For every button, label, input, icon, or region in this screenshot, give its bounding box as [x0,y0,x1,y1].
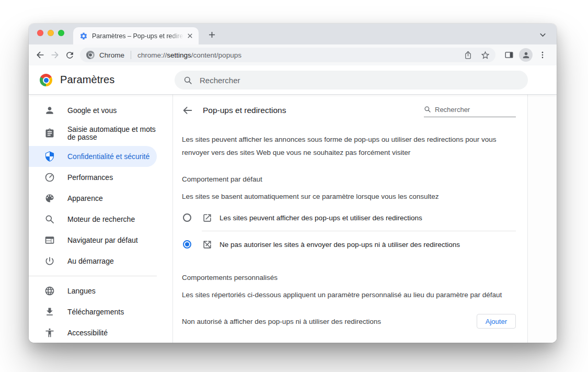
option-label: Les sites peuvent afficher des pop-ups e… [220,214,422,222]
fullscreen-window-button[interactable] [58,30,64,36]
default-behavior-subtitle: Les sites se basent automatiquement sur … [182,191,516,202]
sidebar-item-google[interactable]: Google et vous [29,100,172,121]
url-text: chrome://settings/content/popups [137,51,241,59]
sidebar-item-label: Apparence [67,195,103,202]
subpage-search[interactable] [424,104,516,117]
browser-toolbar: Chrome chrome://settings/content/popups [29,44,557,65]
sidebar-item-label: Accessibilité [67,329,108,337]
sidebar-item-on-startup[interactable]: Au démarrage [29,251,172,272]
share-icon[interactable] [463,50,473,60]
intro-text: Les sites peuvent afficher les annonces … [182,133,509,159]
custom-behaviors-subtitle: Les sites répertoriés ci-dessous appliqu… [182,289,516,300]
sidebar-item-default-browser[interactable]: Navigateur par défaut [29,230,172,251]
globe-icon [44,286,55,296]
settings-search[interactable] [175,71,528,89]
bookmark-star-icon[interactable] [480,50,490,60]
search-icon [44,214,55,224]
download-icon [44,307,55,317]
address-bar[interactable]: Chrome chrome://settings/content/popups [80,48,495,62]
option-allow-popups[interactable]: Les sites peuvent afficher des pop-ups e… [182,205,516,231]
radio-unselected[interactable] [183,213,191,222]
sidebar-item-label: Moteur de recherche [67,216,135,223]
tab-strip: Paramètres – Pop-ups et redire [29,24,557,44]
sidebar-item-privacy-security[interactable]: Confidentialité et sécurité [29,146,157,167]
sidebar-item-label: Téléchargements [67,308,124,316]
clipboard-icon [44,128,55,139]
option-block-popups[interactable]: Ne pas autoriser les sites à envoyer des… [182,231,516,257]
profile-avatar[interactable] [518,48,533,62]
minimize-window-button[interactable] [48,30,54,36]
sidebar-item-autofill[interactable]: Saisie automatique et mots de passe [29,121,172,146]
browser-icon [44,235,55,245]
new-tab-button[interactable] [206,29,217,40]
settings-body: Google et vous Saisie automatique et mot… [29,95,557,343]
close-window-button[interactable] [37,30,43,36]
blocked-sites-row: Non autorisé à afficher des pop-ups ni à… [182,314,516,329]
shield-icon [44,151,55,162]
sidebar-item-label: Google et vous [67,107,117,115]
side-panel-icon[interactable] [502,48,516,62]
subpage-content: Les sites peuvent afficher les annonces … [173,133,527,329]
settings-title: Paramètres [60,74,114,86]
settings-main-pane: Pop-ups et redirections Les sites peuven… [172,95,528,343]
settings-sidebar: Google et vous Saisie automatique et mot… [29,95,172,343]
search-icon [424,106,431,113]
settings-gear-favicon [79,32,88,40]
radio-selected[interactable] [183,240,191,249]
popup-launch-icon [202,213,212,223]
search-icon [183,75,193,85]
accessibility-icon [44,328,55,338]
url-path: /content/popups [191,51,241,59]
settings-search-input[interactable] [200,76,503,85]
sidebar-item-label: Langues [67,287,96,295]
tab-overflow-chevron-icon[interactable] [538,30,547,39]
active-tab[interactable]: Paramètres – Pop-ups et redire [73,27,199,44]
forward-icon[interactable] [48,48,62,62]
sidebar-divider [29,276,157,276]
power-icon [44,256,55,266]
settings-header: Paramètres [29,65,557,95]
chrome-mono-logo-icon [86,51,95,59]
right-gutter [528,95,557,343]
sidebar-item-label: Confidentialité et sécurité [67,153,149,161]
palette-icon [44,193,55,204]
sidebar-item-label: Saisie automatique et mots de passe [67,126,164,141]
sidebar-item-performance[interactable]: Performances [29,167,172,188]
menu-kebab-icon[interactable] [535,48,550,62]
chrome-logo-icon [40,74,52,86]
sidebar-item-label: Navigateur par défaut [67,236,138,244]
url-scheme: chrome:// [137,51,167,59]
speedometer-icon [44,172,55,183]
page-title: Pop-ups et redirections [203,106,286,115]
sidebar-item-downloads[interactable]: Téléchargements [29,301,172,322]
blocked-sites-label: Non autorisé à afficher des pop-ups ni à… [182,318,381,325]
reload-icon[interactable] [62,48,77,62]
url-host: settings [167,51,191,59]
back-icon[interactable] [33,48,48,62]
option-label: Ne pas autoriser les sites à envoyer des… [220,241,460,249]
sidebar-item-appearance[interactable]: Apparence [29,188,172,209]
tab-title: Paramètres – Pop-ups et redire [92,32,186,40]
default-behavior-heading: Comportement par défaut [182,175,516,183]
sidebar-item-label: Performances [67,174,113,182]
site-label: Chrome [99,51,124,59]
avatar-person-icon [519,48,533,62]
subpage-header: Pop-ups et redirections [173,95,527,126]
popup-blocked-icon [202,240,212,250]
omnibox-separator [131,51,131,59]
person-icon [44,105,55,116]
subpage-search-input[interactable] [435,106,508,114]
back-arrow-icon[interactable] [182,105,193,116]
browser-window: Paramètres – Pop-ups et redire Chrome ch… [29,24,557,343]
add-site-button[interactable]: Ajouter [477,314,516,329]
custom-behaviors-heading: Comportements personnalisés [182,274,516,281]
tab-close-icon[interactable] [186,31,194,40]
window-controls [37,30,64,36]
sidebar-item-languages[interactable]: Langues [29,280,172,301]
sidebar-item-accessibility[interactable]: Accessibilité [29,322,172,343]
sidebar-item-label: Au démarrage [67,257,114,265]
sidebar-item-search-engine[interactable]: Moteur de recherche [29,209,172,230]
